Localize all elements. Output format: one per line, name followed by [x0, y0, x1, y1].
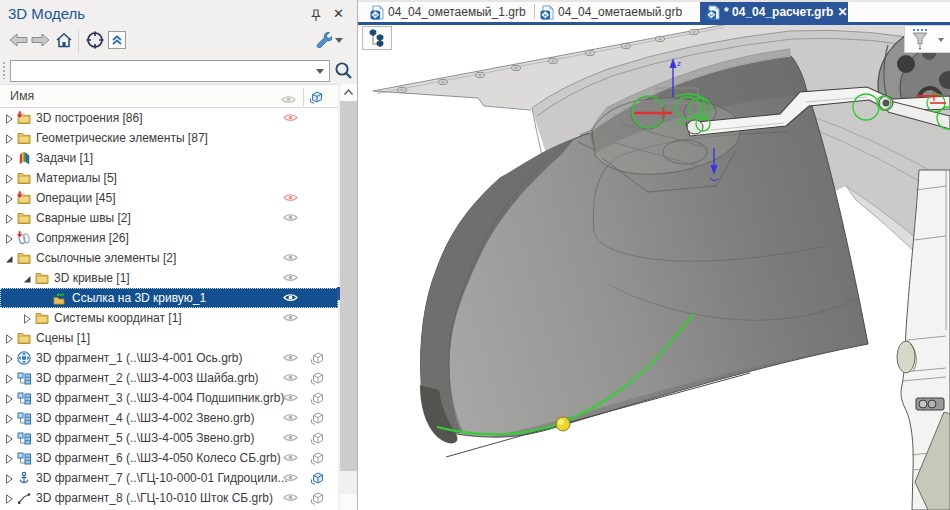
svg-text:z: z: [677, 59, 681, 68]
